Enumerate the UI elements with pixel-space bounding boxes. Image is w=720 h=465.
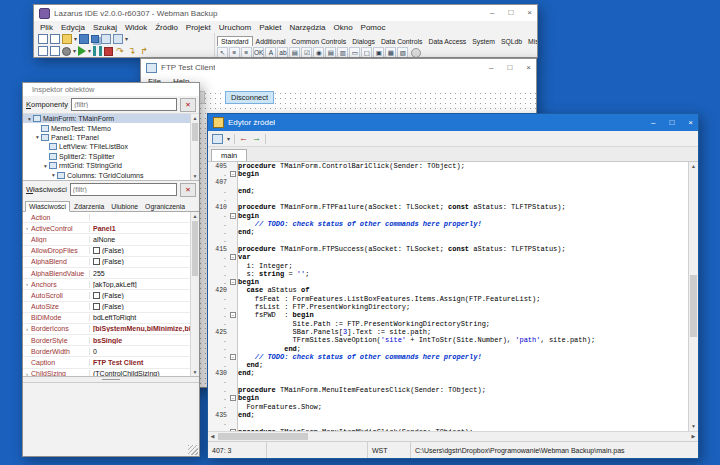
jump-forward-icon[interactable]: →: [252, 134, 261, 143]
save-all-icon[interactable]: [91, 35, 99, 43]
run-dropdown-icon[interactable]: ▾: [88, 46, 91, 56]
new-unit-icon[interactable]: [38, 34, 48, 44]
palette-tab-system[interactable]: System: [469, 37, 498, 46]
palette-component-icon[interactable]: ab: [277, 47, 288, 58]
editor-minimize-button[interactable]: –: [651, 119, 655, 127]
code-line[interactable]: [238, 237, 688, 245]
property-row-childsizing[interactable]: ›ChildSizing(TControlChildSizing): [23, 369, 190, 377]
fold-column[interactable]: −: [229, 213, 237, 219]
property-value[interactable]: (False): [90, 303, 190, 310]
ftp-maximize-button[interactable]: □: [507, 64, 512, 72]
scroll-up-icon[interactable]: ▲: [689, 162, 698, 171]
property-row-align[interactable]: AlignalNone: [23, 234, 190, 245]
palette-options-icon[interactable]: [411, 48, 421, 58]
tree-item-rmtgrid[interactable]: ▾rmtGrid: TStringGrid: [23, 161, 190, 170]
code-line[interactable]: s: string = '';: [238, 270, 688, 278]
property-expand-icon[interactable]: ›: [23, 281, 31, 287]
property-row-autosize[interactable]: AutoSize(False): [23, 302, 190, 313]
ftp-minimize-button[interactable]: –: [489, 64, 493, 72]
palette-component-icon[interactable]: ▧: [397, 47, 408, 58]
property-expand-icon[interactable]: ›: [23, 326, 31, 332]
pause-icon[interactable]: [93, 46, 102, 56]
main-maximize-button[interactable]: □: [508, 9, 513, 17]
property-value[interactable]: (False): [90, 258, 190, 265]
scroll-right-icon[interactable]: ▶: [689, 432, 698, 441]
form-unit-toggle-icon[interactable]: [212, 134, 223, 144]
editor-maximize-button[interactable]: □: [669, 119, 674, 127]
property-row-bidimode[interactable]: BiDiModebdLeftToRight: [23, 313, 190, 324]
palette-component-icon[interactable]: ▤: [325, 47, 336, 58]
property-row-borderstyle[interactable]: BorderStylebsSingle: [23, 335, 190, 346]
open-file-icon[interactable]: [62, 34, 72, 44]
menu-item-widok[interactable]: Widok: [125, 23, 147, 32]
code-line[interactable]: procedure TMainForm.FTPSuccess(aSocket: …: [238, 245, 688, 253]
code-line[interactable]: end;: [238, 369, 688, 377]
property-row-action[interactable]: Action: [23, 212, 190, 223]
menu-item-plik[interactable]: Plik: [40, 23, 53, 32]
run-icon[interactable]: [78, 46, 86, 56]
tree-item-splitter2[interactable]: Splitter2: TSplitter: [23, 152, 190, 161]
code-line[interactable]: fsFeat : FormFeatures.ListBoxFeatures.It…: [238, 295, 688, 303]
palette-component-icon[interactable]: ↖: [217, 47, 228, 58]
fold-column[interactable]: −: [229, 395, 237, 401]
build-mode-dropdown-icon[interactable]: ▾: [73, 46, 76, 56]
property-expand-icon[interactable]: ›: [23, 371, 31, 377]
code-line[interactable]: procedure TMainForm.ControlBar1Click(Sen…: [238, 162, 688, 170]
palette-component-icon[interactable]: ▭: [349, 47, 360, 58]
main-close-button[interactable]: ×: [527, 9, 532, 17]
property-row-caption[interactable]: CaptionFTP Test Client: [23, 357, 190, 368]
palette-component-icon[interactable]: ▢: [361, 47, 372, 58]
fold-collapse-icon[interactable]: −: [230, 213, 236, 219]
jump-back-icon[interactable]: ←: [239, 134, 248, 143]
components-filter-input[interactable]: [71, 98, 177, 111]
tree-expand-icon[interactable]: ▾: [50, 172, 57, 178]
tree-item-leftview[interactable]: LeftView: TFileListBox: [23, 142, 190, 151]
tree-expand-icon[interactable]: ▾: [26, 116, 33, 122]
inspector-tab-w-a-ciwo-ci[interactable]: Właściwości: [25, 201, 70, 212]
scrollbar-thumb[interactable]: [192, 221, 198, 276]
property-value[interactable]: [biSystemMenu,biMinimize,biMaximiz: [90, 325, 190, 332]
property-row-borderwidth[interactable]: BorderWidth0: [23, 346, 190, 357]
palette-component-icon[interactable]: OK: [253, 47, 264, 58]
code-line[interactable]: SBar.Panels[3].Text := site.path;: [238, 328, 688, 336]
palette-component-icon[interactable]: ▤: [289, 47, 300, 58]
property-value[interactable]: 255: [90, 270, 190, 277]
editor-hscrollbar[interactable]: ◀ ▶: [208, 431, 698, 441]
property-expand-icon[interactable]: ›: [23, 225, 31, 231]
palette-component-icon[interactable]: ▥: [337, 47, 348, 58]
inspector-tab-zdarzenia[interactable]: Zdarzenia: [71, 202, 107, 211]
palette-component-icon[interactable]: ▣: [373, 47, 384, 58]
checkbox[interactable]: [93, 303, 100, 310]
code-line[interactable]: begin: [238, 170, 688, 178]
palette-tab-common-controls[interactable]: Common Controls: [288, 37, 349, 46]
open-file-dropdown-icon[interactable]: ▾: [74, 34, 77, 44]
scroll-down-icon[interactable]: ▼: [689, 422, 698, 431]
checkbox[interactable]: [93, 247, 100, 254]
code-line[interactable]: procedure TMainForm.FTPFailure(aSocket: …: [238, 203, 688, 211]
resize-grip[interactable]: [188, 445, 198, 455]
tree-scrollbar[interactable]: ▲ ▼: [190, 114, 199, 180]
scroll-down-icon[interactable]: ▼: [191, 368, 199, 376]
step-into-icon[interactable]: ↴: [127, 46, 137, 56]
palette-tab-additional[interactable]: Additional: [253, 37, 289, 46]
fold-column[interactable]: −: [229, 279, 237, 285]
property-grid-scrollbar[interactable]: ▲ ▼: [190, 212, 199, 376]
scrollbar-thumb[interactable]: [192, 123, 198, 141]
palette-tab-standard[interactable]: Standard: [217, 36, 253, 46]
menu-item-projekt[interactable]: Projekt: [186, 23, 211, 32]
view-forms-icon[interactable]: [50, 46, 60, 56]
tree-item-mainform[interactable]: ▾MainForm: TMainForm: [23, 114, 190, 123]
inspector-tab-ograniczenia[interactable]: Ograniczenia: [142, 202, 188, 211]
code-lines[interactable]: procedure TMainForm.ControlBar1Click(Sen…: [238, 162, 688, 431]
property-value[interactable]: 0: [90, 348, 190, 355]
property-value[interactable]: FTP Test Client: [90, 359, 190, 366]
code-line[interactable]: end;: [238, 187, 688, 195]
code-line[interactable]: [238, 195, 688, 203]
property-row-alphablend[interactable]: AlphaBlend(False): [23, 257, 190, 268]
view-form-icon[interactable]: [101, 34, 111, 44]
ftp-close-button[interactable]: ×: [526, 64, 531, 72]
inspector-titlebar[interactable]: Inspektor obiektów: [23, 83, 199, 96]
palette-tab-sqldb[interactable]: SQLdb: [498, 37, 525, 46]
code-line[interactable]: begin: [238, 394, 688, 402]
palette-component-icon[interactable]: ≡: [229, 47, 240, 58]
